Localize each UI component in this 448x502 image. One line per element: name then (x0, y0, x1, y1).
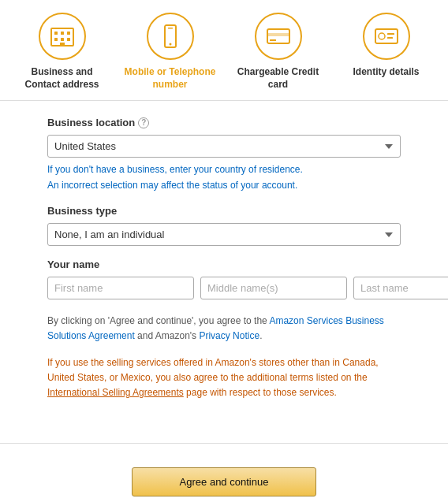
agree-continue-button[interactable]: Agree and continue (132, 467, 317, 496)
business-type-select[interactable]: None, I am an individual Publicly-owned … (47, 223, 401, 246)
phone-svg (158, 24, 183, 49)
business-type-select-wrapper: None, I am an individual Publicly-owned … (47, 223, 401, 246)
main-content: Business location ? United States Canada… (0, 101, 448, 427)
step-label-mobile: Mobile or Telephone number (123, 66, 218, 91)
first-name-input[interactable] (47, 277, 194, 299)
step-label-identity: Identity details (353, 66, 419, 79)
svg-rect-3 (67, 32, 70, 35)
step-credit-card[interactable]: Chargeable Credit card (231, 13, 326, 91)
business-type-label: Business type (47, 205, 401, 217)
svg-rect-10 (168, 28, 173, 29)
svg-point-15 (379, 33, 385, 39)
svg-rect-5 (61, 38, 64, 41)
svg-rect-4 (54, 38, 58, 41)
your-name-section: Your name (47, 258, 401, 299)
svg-rect-16 (387, 33, 394, 35)
step-label-card: Chargeable Credit card (231, 66, 326, 91)
step-mobile[interactable]: Mobile or Telephone number (123, 13, 218, 91)
business-location-select[interactable]: United States Canada Mexico United Kingd… (47, 135, 401, 158)
step-icon-building (39, 13, 86, 60)
step-icon-card (255, 13, 302, 60)
legal-block-2: If you use the selling services offered … (47, 355, 401, 401)
card-svg (266, 24, 291, 49)
svg-rect-7 (60, 43, 65, 46)
business-location-select-wrapper: United States Canada Mexico United Kingd… (47, 135, 401, 158)
building-svg (50, 24, 75, 49)
legal-block-1: By clicking on 'Agree and continue', you… (47, 314, 401, 344)
step-label-business: Business and Contact address (15, 66, 110, 91)
privacy-notice-link[interactable]: Privacy Notice (199, 330, 259, 341)
step-identity[interactable]: Identity details (339, 13, 434, 79)
svg-rect-2 (61, 32, 64, 35)
business-location-section: Business location ? United States Canada… (47, 117, 401, 192)
svg-rect-1 (54, 32, 58, 35)
legal-text: By clicking on 'Agree and continue', you… (47, 314, 401, 400)
steps-navigation: Business and Contact address Mobile or T… (0, 0, 448, 101)
name-fields (47, 277, 401, 299)
legal-text1-part2: and Amazon's (135, 330, 200, 341)
bottom-divider (0, 443, 448, 444)
legal-text2-part2: page with respect to those services. (184, 387, 337, 398)
svg-rect-13 (270, 39, 276, 41)
last-name-input[interactable] (353, 277, 448, 299)
svg-rect-12 (267, 33, 289, 36)
legal-text1-part3: . (259, 330, 262, 341)
step-icon-phone (147, 13, 194, 60)
business-location-hint2: An incorrect selection may affect the st… (47, 178, 401, 192)
business-type-section: Business type None, I am an individual P… (47, 205, 401, 246)
id-svg (374, 24, 399, 49)
middle-name-input[interactable] (200, 277, 347, 299)
business-location-hint1: If you don't have a business, enter your… (47, 162, 401, 177)
business-location-label: Business location ? (47, 117, 401, 128)
svg-point-9 (169, 43, 171, 46)
svg-rect-17 (387, 37, 393, 39)
step-business-contact[interactable]: Business and Contact address (15, 13, 110, 91)
legal-text1-part1: By clicking on 'Agree and continue', you… (47, 315, 269, 326)
svg-rect-6 (67, 38, 70, 41)
btn-container: Agree and continue (0, 459, 448, 502)
step-icon-id (363, 13, 410, 60)
business-location-help-icon[interactable]: ? (138, 117, 149, 128)
international-selling-link[interactable]: International Selling Agreements (47, 387, 184, 398)
legal-text2-part1: If you use the selling services offered … (47, 357, 379, 383)
your-name-label: Your name (47, 258, 401, 270)
